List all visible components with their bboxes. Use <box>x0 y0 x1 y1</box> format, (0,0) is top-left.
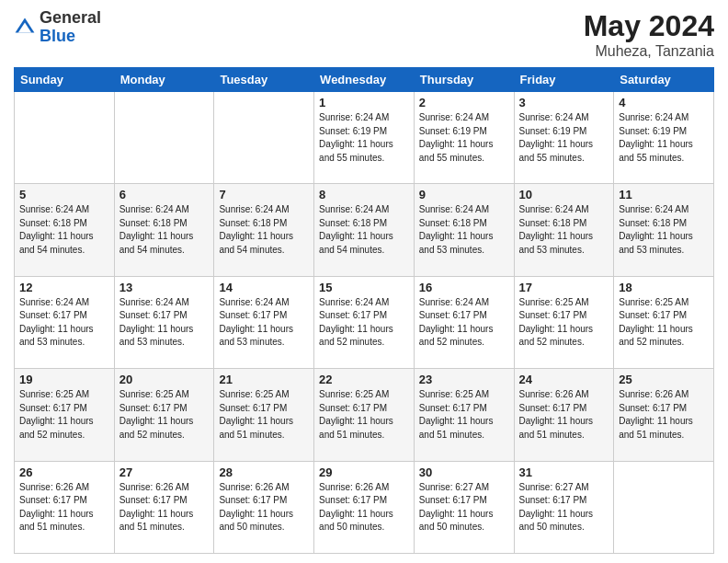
table-cell: 21Sunrise: 6:25 AM Sunset: 6:17 PM Dayli… <box>214 369 314 461</box>
table-cell: 10Sunrise: 6:24 AM Sunset: 6:18 PM Dayli… <box>514 184 614 276</box>
table-cell: 11Sunrise: 6:24 AM Sunset: 6:18 PM Dayli… <box>614 184 714 276</box>
table-cell: 30Sunrise: 6:27 AM Sunset: 6:17 PM Dayli… <box>414 461 514 553</box>
day-number: 16 <box>419 281 509 294</box>
col-friday: Friday <box>514 68 614 92</box>
calendar-week-row: 12Sunrise: 6:24 AM Sunset: 6:17 PM Dayli… <box>15 276 714 368</box>
calendar-week-row: 26Sunrise: 6:26 AM Sunset: 6:17 PM Dayli… <box>15 461 714 553</box>
table-cell <box>614 461 714 553</box>
day-number: 3 <box>519 96 609 109</box>
table-cell: 4Sunrise: 6:24 AM Sunset: 6:19 PM Daylig… <box>614 92 714 184</box>
location: Muheza, Tanzania <box>584 43 714 60</box>
day-info: Sunrise: 6:24 AM Sunset: 6:18 PM Dayligh… <box>419 203 509 257</box>
day-number: 30 <box>419 465 509 479</box>
table-cell: 22Sunrise: 6:25 AM Sunset: 6:17 PM Dayli… <box>314 369 415 461</box>
day-number: 17 <box>519 281 609 294</box>
table-cell: 1Sunrise: 6:24 AM Sunset: 6:19 PM Daylig… <box>314 92 415 184</box>
day-info: Sunrise: 6:24 AM Sunset: 6:17 PM Dayligh… <box>419 296 509 350</box>
day-info: Sunrise: 6:26 AM Sunset: 6:17 PM Dayligh… <box>219 481 309 534</box>
table-cell: 16Sunrise: 6:24 AM Sunset: 6:17 PM Dayli… <box>414 276 514 368</box>
table-cell: 19Sunrise: 6:25 AM Sunset: 6:17 PM Dayli… <box>15 369 115 461</box>
calendar-week-row: 1Sunrise: 6:24 AM Sunset: 6:19 PM Daylig… <box>15 92 714 184</box>
col-thursday: Thursday <box>414 68 514 92</box>
day-number: 15 <box>319 281 409 294</box>
day-info: Sunrise: 6:24 AM Sunset: 6:18 PM Dayligh… <box>519 203 609 257</box>
day-number: 31 <box>519 465 609 479</box>
day-info: Sunrise: 6:24 AM Sunset: 6:19 PM Dayligh… <box>419 111 509 165</box>
day-info: Sunrise: 6:26 AM Sunset: 6:17 PM Dayligh… <box>619 388 709 442</box>
day-number: 7 <box>219 188 309 201</box>
day-info: Sunrise: 6:25 AM Sunset: 6:17 PM Dayligh… <box>419 388 509 442</box>
day-info: Sunrise: 6:24 AM Sunset: 6:17 PM Dayligh… <box>119 296 210 350</box>
logo-blue: Blue <box>40 27 75 45</box>
col-monday: Monday <box>114 68 214 92</box>
title-block: May 2024 Muheza, Tanzania <box>584 9 714 60</box>
month-year: May 2024 <box>584 9 714 43</box>
calendar-header-row: Sunday Monday Tuesday Wednesday Thursday… <box>15 68 714 92</box>
day-info: Sunrise: 6:25 AM Sunset: 6:17 PM Dayligh… <box>619 296 709 350</box>
table-cell: 9Sunrise: 6:24 AM Sunset: 6:18 PM Daylig… <box>414 184 514 276</box>
table-cell: 27Sunrise: 6:26 AM Sunset: 6:17 PM Dayli… <box>114 461 214 553</box>
day-number: 26 <box>19 465 109 479</box>
day-number: 23 <box>419 373 509 386</box>
day-info: Sunrise: 6:24 AM Sunset: 6:18 PM Dayligh… <box>19 203 109 257</box>
logo-icon <box>14 17 36 39</box>
table-cell: 24Sunrise: 6:26 AM Sunset: 6:17 PM Dayli… <box>514 369 614 461</box>
day-info: Sunrise: 6:24 AM Sunset: 6:18 PM Dayligh… <box>619 203 709 257</box>
day-number: 8 <box>319 188 409 201</box>
day-number: 19 <box>19 373 109 386</box>
table-cell: 15Sunrise: 6:24 AM Sunset: 6:17 PM Dayli… <box>314 276 415 368</box>
day-number: 5 <box>19 188 109 201</box>
table-cell: 18Sunrise: 6:25 AM Sunset: 6:17 PM Dayli… <box>614 276 714 368</box>
day-info: Sunrise: 6:24 AM Sunset: 6:19 PM Dayligh… <box>519 111 609 165</box>
table-cell: 14Sunrise: 6:24 AM Sunset: 6:17 PM Dayli… <box>214 276 314 368</box>
day-info: Sunrise: 6:26 AM Sunset: 6:17 PM Dayligh… <box>319 481 409 534</box>
table-cell: 7Sunrise: 6:24 AM Sunset: 6:18 PM Daylig… <box>214 184 314 276</box>
calendar-week-row: 5Sunrise: 6:24 AM Sunset: 6:18 PM Daylig… <box>15 184 714 276</box>
table-cell: 23Sunrise: 6:25 AM Sunset: 6:17 PM Dayli… <box>414 369 514 461</box>
table-cell <box>214 92 314 184</box>
day-number: 4 <box>619 96 709 109</box>
day-number: 10 <box>519 188 609 201</box>
day-info: Sunrise: 6:25 AM Sunset: 6:17 PM Dayligh… <box>219 388 309 442</box>
col-saturday: Saturday <box>614 68 714 92</box>
day-number: 2 <box>419 96 509 109</box>
day-number: 20 <box>119 373 210 386</box>
day-info: Sunrise: 6:24 AM Sunset: 6:18 PM Dayligh… <box>319 203 409 257</box>
day-number: 28 <box>219 465 309 479</box>
day-number: 24 <box>519 373 609 386</box>
day-info: Sunrise: 6:25 AM Sunset: 6:17 PM Dayligh… <box>519 296 609 350</box>
table-cell <box>15 92 115 184</box>
day-info: Sunrise: 6:24 AM Sunset: 6:18 PM Dayligh… <box>119 203 210 257</box>
table-cell: 17Sunrise: 6:25 AM Sunset: 6:17 PM Dayli… <box>514 276 614 368</box>
logo-general: General <box>40 8 101 27</box>
day-info: Sunrise: 6:24 AM Sunset: 6:19 PM Dayligh… <box>319 111 409 165</box>
table-cell: 13Sunrise: 6:24 AM Sunset: 6:17 PM Dayli… <box>114 276 214 368</box>
day-info: Sunrise: 6:25 AM Sunset: 6:17 PM Dayligh… <box>19 388 109 442</box>
day-number: 14 <box>219 281 309 294</box>
day-info: Sunrise: 6:24 AM Sunset: 6:18 PM Dayligh… <box>219 203 309 257</box>
logo: General Blue <box>14 9 101 46</box>
day-number: 9 <box>419 188 509 201</box>
day-number: 27 <box>119 465 210 479</box>
day-info: Sunrise: 6:24 AM Sunset: 6:17 PM Dayligh… <box>19 296 109 350</box>
col-sunday: Sunday <box>15 68 115 92</box>
table-cell: 29Sunrise: 6:26 AM Sunset: 6:17 PM Dayli… <box>314 461 415 553</box>
table-cell: 26Sunrise: 6:26 AM Sunset: 6:17 PM Dayli… <box>15 461 115 553</box>
table-cell: 8Sunrise: 6:24 AM Sunset: 6:18 PM Daylig… <box>314 184 415 276</box>
col-tuesday: Tuesday <box>214 68 314 92</box>
table-cell: 6Sunrise: 6:24 AM Sunset: 6:18 PM Daylig… <box>114 184 214 276</box>
table-cell: 3Sunrise: 6:24 AM Sunset: 6:19 PM Daylig… <box>514 92 614 184</box>
day-info: Sunrise: 6:26 AM Sunset: 6:17 PM Dayligh… <box>119 481 210 534</box>
table-cell: 31Sunrise: 6:27 AM Sunset: 6:17 PM Dayli… <box>514 461 614 553</box>
day-info: Sunrise: 6:27 AM Sunset: 6:17 PM Dayligh… <box>519 481 609 534</box>
logo-text: General Blue <box>40 9 101 46</box>
day-number: 22 <box>319 373 409 386</box>
table-cell: 12Sunrise: 6:24 AM Sunset: 6:17 PM Dayli… <box>15 276 115 368</box>
table-cell: 20Sunrise: 6:25 AM Sunset: 6:17 PM Dayli… <box>114 369 214 461</box>
day-number: 6 <box>119 188 210 201</box>
day-number: 18 <box>619 281 709 294</box>
day-number: 21 <box>219 373 309 386</box>
day-number: 25 <box>619 373 709 386</box>
day-number: 11 <box>619 188 709 201</box>
table-cell <box>114 92 214 184</box>
